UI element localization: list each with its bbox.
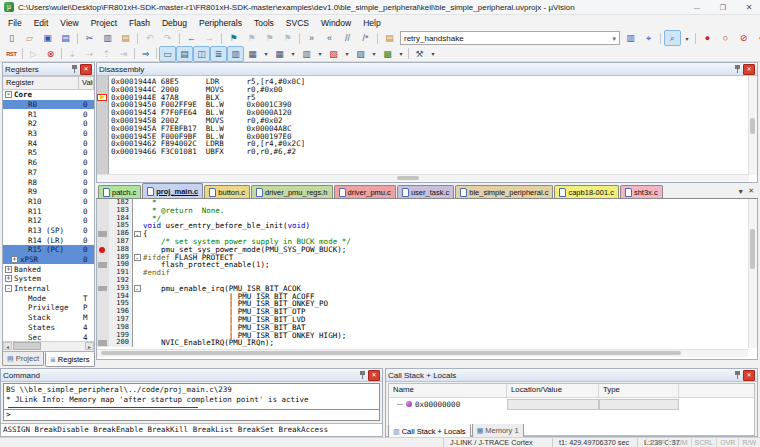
show-next-statement-button[interactable]: ⇒ <box>137 46 154 62</box>
pin-icon[interactable] <box>734 65 741 73</box>
register-row[interactable]: Mode T <box>3 293 94 303</box>
code-text[interactable]: flash_protect_enable(1); <box>143 261 757 269</box>
breakpoint-margin[interactable] <box>97 300 109 308</box>
redo-button[interactable]: ↷ <box>159 30 176 46</box>
analysis-dropdown[interactable]: ▾ <box>342 46 352 62</box>
code-text[interactable]: | PMU_ISR_BIT_OTP <box>143 308 757 316</box>
register-row[interactable]: - Core <box>3 90 94 100</box>
menu-tools[interactable]: Tools <box>248 17 280 29</box>
register-row[interactable]: R11 0 <box>3 206 94 216</box>
fold-marker-icon[interactable] <box>133 207 143 215</box>
pin-icon[interactable] <box>734 371 741 379</box>
tree-expander-icon[interactable]: + <box>11 256 18 263</box>
run-button[interactable]: ▷ <box>25 46 42 62</box>
editor-line[interactable]: 188 pmu_set_sys_power_mode(PMU_SYS_POW_B… <box>97 246 757 254</box>
menu-flash[interactable]: Flash <box>123 17 156 29</box>
code-text[interactable]: { <box>143 230 757 238</box>
analysis-window-button[interactable]: ▧ <box>325 46 342 62</box>
tab-button-c[interactable]: button.c <box>204 185 250 198</box>
tree-expander-icon[interactable]: - <box>5 285 12 292</box>
paste-button[interactable]: ▤ <box>117 30 134 46</box>
tab-proj-main-c[interactable]: proj_main.c <box>142 183 203 198</box>
code-text[interactable]: NVIC_EnableIRQ(PMU_IRQn); <box>143 339 757 347</box>
trace-dropdown[interactable]: ▾ <box>369 46 379 62</box>
menu-project[interactable]: Project <box>85 17 123 29</box>
register-row[interactable]: R6 0 <box>3 158 94 168</box>
editor-line[interactable]: 190 flash_protect_enable(1); <box>97 261 757 269</box>
register-row[interactable]: R5 0 <box>3 148 94 158</box>
editor-line[interactable]: 193 pmu_enable_irq(PMU_ISR_BIT_ACOK <box>97 285 757 293</box>
editor-line[interactable]: 200 NVIC_EnableIRQ(PMU_IRQn); <box>97 339 757 347</box>
close-button[interactable] <box>738 3 760 12</box>
breakpoint-margin[interactable] <box>97 254 109 262</box>
indent-button[interactable]: » <box>303 30 320 46</box>
breakpoint-margin[interactable] <box>97 277 109 285</box>
fold-marker-icon[interactable] <box>133 332 143 340</box>
editor-line[interactable]: 182 * <box>97 199 757 207</box>
breakpoint-margin[interactable] <box>97 308 109 316</box>
breakpoint-margin[interactable] <box>97 230 109 238</box>
reset-button[interactable]: RST <box>3 46 20 62</box>
register-row[interactable]: R4 0 <box>3 138 94 148</box>
editor-line[interactable]: 195 | PMU_ISR_BIT_ONKEY_PO <box>97 300 757 308</box>
register-row[interactable]: Sec 4 <box>3 332 94 341</box>
register-row[interactable]: R13 (SP) 0 <box>3 226 94 236</box>
unindent-button[interactable]: « <box>321 30 338 46</box>
menu-peripherals[interactable]: Peripherals <box>193 17 248 29</box>
fold-marker-icon[interactable] <box>133 215 143 223</box>
breakpoint-margin[interactable] <box>97 222 109 230</box>
breakpoint-margin[interactable] <box>97 246 109 254</box>
tab-project[interactable]: ▤ Project <box>2 352 44 366</box>
editor-hscrollbar[interactable] <box>97 349 748 357</box>
clear-bookmarks-button[interactable]: ⚑ <box>279 30 296 46</box>
breakpoint-margin[interactable] <box>97 339 109 347</box>
disassembly-window-button[interactable]: ▤ <box>176 46 193 62</box>
registers-window-button[interactable]: ≣ <box>210 46 227 62</box>
prev-bookmark-button[interactable]: ⚑ <box>243 30 260 46</box>
close-icon[interactable] <box>368 370 380 381</box>
menu-view[interactable]: View <box>54 17 84 29</box>
save-button[interactable]: ▣ <box>39 30 56 46</box>
chevron-down-icon[interactable] <box>612 34 616 43</box>
code-text[interactable]: * <box>143 199 757 207</box>
toolbox-button[interactable]: ⚒ <box>411 46 428 62</box>
code-text[interactable]: | PMU_ISR_BIT_ACOFF <box>143 293 757 301</box>
editor-line[interactable]: 196 | PMU_ISR_BIT_OTP <box>97 308 757 316</box>
fold-marker-icon[interactable] <box>133 277 143 285</box>
breakpoint-margin[interactable] <box>97 199 109 207</box>
editor-line[interactable]: 191 #endif <box>97 269 757 277</box>
close-icon[interactable] <box>80 64 92 75</box>
next-bookmark-button[interactable]: ⚑ <box>261 30 278 46</box>
register-row[interactable]: R0 0 <box>3 100 94 110</box>
register-row[interactable]: R10 0 <box>3 197 94 207</box>
pin-icon[interactable] <box>71 65 78 73</box>
enable-disable-breakpoint-button[interactable]: ○ <box>717 30 734 46</box>
disassembly-line[interactable]: 0x00019466 F3C01081 UBFX r0,r0,#6,#2 <box>111 148 748 156</box>
tab-ble-simple-peripheral-c[interactable]: ble_simple_peripheral.c <box>455 185 553 198</box>
code-text[interactable]: pmu_enable_irq(PMU_ISR_BIT_ACOK <box>143 285 757 293</box>
kill-breakpoints-button[interactable]: ⊘ <box>735 30 752 46</box>
tab-capb18-001-c[interactable]: capb18-001.c <box>554 185 618 198</box>
tab-registers[interactable]: ≣ Registers <box>45 352 95 367</box>
breakpoint-margin[interactable] <box>97 269 109 277</box>
breakpoint-margin[interactable] <box>97 207 109 215</box>
editor-line[interactable]: 197 | PMU_ISR_BIT_LVD <box>97 316 757 324</box>
register-row[interactable]: R8 0 <box>3 177 94 187</box>
fold-marker-icon[interactable] <box>133 230 143 238</box>
debug-command-combo[interactable]: retry_handshake <box>400 31 620 45</box>
column-header-name[interactable]: Name <box>389 384 507 397</box>
sysview-dropdown[interactable]: ▾ <box>396 46 406 62</box>
command-shortcuts-bar[interactable]: ASSIGN BreakDisable BreakEnable BreakKil… <box>1 423 382 436</box>
fold-marker-icon[interactable] <box>133 269 143 277</box>
menu-debug[interactable]: Debug <box>156 17 193 29</box>
new-file-button[interactable]: ▯ <box>3 30 20 46</box>
tab-driver-pmu-regs-h[interactable]: driver_pmu_regs.h <box>251 185 333 198</box>
code-text[interactable]: #endif <box>143 269 757 277</box>
toggle-bookmark-button[interactable]: ⚑ <box>225 30 242 46</box>
disassembly-margin[interactable] <box>97 76 109 175</box>
step-out-button[interactable]: ⇡ <box>98 46 115 62</box>
editor-line[interactable]: 192 <box>97 277 757 285</box>
code-text[interactable]: * @return None. <box>143 207 757 215</box>
column-header-register[interactable]: Register <box>3 77 79 89</box>
editor-line[interactable]: 198 | PMU_ISR_BIT_BAT <box>97 324 757 332</box>
